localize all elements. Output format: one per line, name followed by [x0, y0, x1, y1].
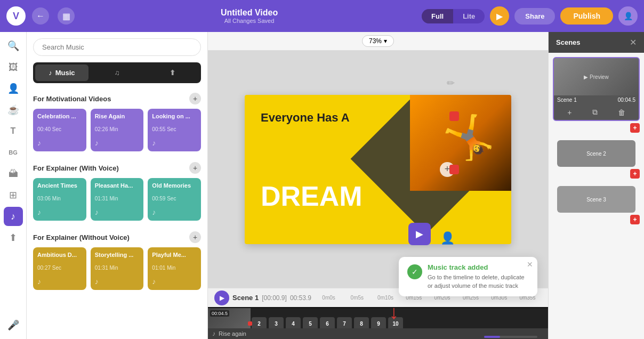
music-card-celebration[interactable]: Celebration ... 00:40 Sec ♪: [33, 109, 86, 151]
full-view-button[interactable]: Full: [422, 9, 453, 23]
red-plus-2[interactable]: +: [630, 169, 640, 179]
sidebar-item-cup[interactable]: ☕: [4, 100, 23, 119]
back-button[interactable]: ←: [32, 7, 49, 25]
timeline-scene-name: Scene 1: [232, 294, 259, 302]
logo-icon: V: [13, 11, 19, 22]
music-card-ancient[interactable]: Ancient Times 03:06 Min ♪: [33, 178, 86, 221]
document-title: Untitled Video: [77, 8, 422, 18]
red-plus-1[interactable]: +: [630, 123, 640, 133]
music-card-ambitious[interactable]: Ambitious D... 00:27 Sec ♪: [33, 247, 86, 290]
scenes-close-button[interactable]: ✕: [630, 37, 637, 47]
scenes-title: Scenes: [556, 38, 581, 46]
video-icon-canvas[interactable]: ▶: [408, 223, 431, 245]
grid-icon: ⊞: [9, 189, 17, 201]
lite-view-button[interactable]: Lite: [453, 9, 485, 23]
music-strip-label: Rise again: [219, 330, 246, 337]
scene-1-add-button[interactable]: +: [567, 108, 571, 117]
music-card-rise[interactable]: Rise Again 02:26 Min ♪: [91, 109, 144, 151]
sidebar-item-image[interactable]: 🖼: [4, 58, 23, 77]
preview-play-button[interactable]: ▶: [490, 6, 509, 26]
timeline-time-start: [00:00.9]: [262, 294, 287, 302]
sidebar-item-bg[interactable]: BG: [4, 143, 23, 162]
scene-1-copy-button[interactable]: ⧉: [592, 108, 598, 117]
toast-body: Go to the timeline to delete, duplicate …: [428, 273, 529, 290]
sidebar-item-user[interactable]: 👤: [4, 79, 23, 98]
ruler-0m5s: 0m5s: [343, 295, 371, 301]
section-motivational-title: For Motivational Videos: [33, 95, 111, 103]
red-plus-3[interactable]: +: [630, 215, 640, 224]
scene-1-actions: + ⧉ 🗑: [554, 104, 639, 120]
motivational-cards: Celebration ... 00:40 Sec ♪ Rise Again 0…: [33, 109, 201, 151]
sidebar-item-search[interactable]: 🔍: [4, 36, 23, 55]
search-input[interactable]: [33, 38, 201, 56]
scene-card-3[interactable]: Scene 3: [557, 186, 635, 213]
slide-dream-text: DREAM: [261, 180, 363, 212]
scene-card-2[interactable]: Scene 2: [557, 140, 635, 167]
save-status: All Changes Saved: [77, 18, 422, 24]
red-drop-arrow: ↓: [389, 303, 399, 322]
card-music-icon-2: ♪: [152, 139, 197, 147]
thumb-time: 00:04.5: [210, 310, 229, 317]
music-card-memories[interactable]: Old Memories 00:59 Sec ♪: [148, 178, 201, 221]
toast-check-icon: ✓: [407, 264, 422, 279]
share-button[interactable]: Share: [514, 8, 555, 25]
scene-add-after-3: +: [553, 215, 640, 225]
toast-close-button[interactable]: ✕: [527, 260, 533, 269]
section-explainer-novoice-title: For Explainer (Without Voice): [33, 233, 130, 241]
section-motivational-add[interactable]: +: [189, 93, 201, 104]
sidebar-item-mic[interactable]: 🎤: [4, 316, 23, 335]
scene-1-delete-button[interactable]: 🗑: [618, 108, 625, 117]
elements-icon: ☕: [7, 104, 19, 116]
music-tab-button[interactable]: ♪ Music: [35, 64, 88, 81]
explainer-novoice-cards: Ambitious D... 00:27 Sec ♪ Storytelling …: [33, 247, 201, 290]
scene-card-1-label: Scene 1 00:04.5: [554, 95, 639, 104]
check-icon: ✓: [412, 268, 418, 276]
timeline-time-end: 00:53.9: [290, 294, 311, 302]
bg-icon: BG: [9, 149, 18, 156]
zoom-control[interactable]: 73% ▾: [362, 35, 394, 47]
music-strip-progress-fill: [484, 336, 500, 338]
music-panel: ♪ Music ♫ ⬆ For Motivational Videos + Ce…: [27, 32, 208, 339]
slide-canvas[interactable]: Everyone Has A DREAM 🤸: [245, 95, 511, 244]
thumb-red-marker: [248, 321, 252, 326]
user-icon-canvas: 👤: [440, 231, 455, 245]
bottom-timeline-strip: 00:04.5 2 3 4 ↓ 5 6 7 8 9 10 ♪ Rise ag: [208, 307, 548, 339]
user-avatar[interactable]: 👤: [618, 6, 638, 26]
app-header: V ← ▦ Untitled Video All Changes Saved F…: [0, 0, 644, 32]
scenes-panel-header: Scenes ✕: [549, 32, 644, 53]
music-card-playful[interactable]: Playful Me... 01:01 Min ♪: [148, 247, 201, 290]
header-right-controls: Full Lite ▶ Share Publish 👤: [422, 6, 638, 26]
music-card-looking[interactable]: Looking on ... 00:55 Sec ♪: [148, 109, 201, 151]
scene-add-between-1-2: +: [553, 123, 640, 134]
card-music-icon-7: ♪: [95, 277, 140, 286]
music-card-pleasant[interactable]: Pleasant Ha... 01:31 Min ♪: [91, 178, 144, 221]
main-layout: 🔍 🖼 👤 ☕ T BG 🏔 ⊞ ♪ ⬆ 🎤: [0, 32, 644, 339]
user-canvas-icon: 👤: [440, 231, 455, 245]
scene-3-container: Scene 3: [553, 182, 640, 213]
upload-tab-button[interactable]: ⬆: [146, 64, 199, 81]
ruler-0m10s: 0m10s: [371, 295, 399, 301]
section-explainer-novoice-header: For Explainer (Without Voice) +: [33, 231, 201, 243]
card-music-icon-0: ♪: [37, 139, 82, 147]
sidebar-item-photo[interactable]: 🏔: [4, 164, 23, 183]
red-dot-1: [449, 111, 459, 121]
red-dot-2: [449, 165, 459, 174]
upload-icon: ⬆: [9, 232, 17, 244]
adjust-tab-button[interactable]: ♫: [91, 64, 144, 81]
slide-photo: 🤸: [410, 95, 511, 191]
sidebar-item-text[interactable]: T: [4, 122, 23, 141]
timeline-play-button[interactable]: ▶: [214, 290, 229, 305]
slide-headline: Everyone Has A: [261, 111, 350, 125]
section-explainer-novoice-add[interactable]: +: [189, 231, 201, 243]
toast-content: Music track added Go to the timeline to …: [428, 263, 529, 290]
sidebar-item-upload[interactable]: ⬆: [4, 228, 23, 247]
card-music-icon-8: ♪: [152, 277, 197, 286]
image-icon: 🖼: [9, 62, 18, 73]
publish-button[interactable]: Publish: [560, 7, 613, 25]
duplicate-button[interactable]: ▦: [58, 7, 75, 25]
sidebar-item-grid[interactable]: ⊞: [4, 185, 23, 205]
sidebar-item-music[interactable]: ♪: [4, 207, 23, 226]
scene-card-1[interactable]: ▶ Preview Scene 1 00:04.5 + ⧉ 🗑: [553, 57, 640, 121]
section-explainer-voice-add[interactable]: +: [189, 162, 201, 174]
music-card-storytelling[interactable]: Storytelling ... 01:31 Min ♪: [91, 247, 144, 290]
